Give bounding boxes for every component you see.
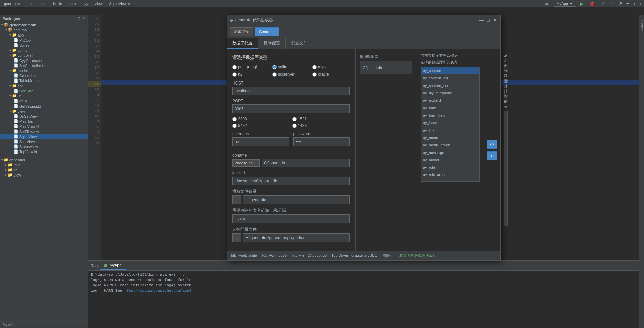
- tab-db-config[interactable]: 数据库配置: [227, 38, 258, 49]
- template-ellipsis-btn[interactable]: ...: [232, 195, 241, 204]
- run-icon[interactable]: ▶: [580, 1, 584, 6]
- port-1521-input[interactable]: [292, 117, 297, 121]
- arrow-left-btn[interactable]: <-: [487, 151, 497, 160]
- table-item-ay-form-field[interactable]: ay_form_field: [421, 112, 479, 119]
- tree-item-cyygenerator[interactable]: 📄 CyyGenerator: [0, 58, 88, 63]
- git-pull-icon[interactable]: ↓: [640, 2, 642, 6]
- tables-list[interactable]: ay_content ay_content_ext ay_content_sor…: [421, 67, 480, 182]
- tree-item-tablemeta[interactable]: 📄 TableMeta.kt: [0, 78, 88, 83]
- radio-h2[interactable]: h2: [232, 72, 270, 77]
- log-link[interactable]: http://logging.apache.org/log4: [124, 289, 191, 293]
- select-db-input[interactable]: C:\pboot.db: [360, 61, 412, 74]
- tree-item-generator-main[interactable]: ▾ 📦 generator.main: [0, 22, 88, 27]
- tree-item-gensrv[interactable]: 📄 GenSrv: [0, 88, 88, 93]
- tree-item-config[interactable]: ▸ 📁 config: [0, 48, 88, 53]
- menu-com[interactable]: com: [67, 1, 77, 6]
- port-1433-input[interactable]: [292, 124, 297, 128]
- tree-item-db[interactable]: 📄 db.kt: [0, 98, 88, 103]
- tree-item-util[interactable]: ▾ 📁 util: [0, 93, 88, 98]
- git-undo-icon[interactable]: ↩: [626, 1, 629, 6]
- tree-item-mainview[interactable]: 📄 MainView.kt: [0, 124, 88, 129]
- tree-item-sql[interactable]: ▸ 📁 sql: [0, 167, 88, 172]
- radio-sqlserver[interactable]: sqlserver: [272, 72, 309, 77]
- tree-item-srv[interactable]: ▾ 📁 srv: [0, 83, 88, 88]
- radio-sqlite[interactable]: sqlite: [272, 65, 309, 69]
- tree-item-view2[interactable]: ▸ 📁 view: [0, 172, 88, 178]
- table-item-ay-label[interactable]: ay_label: [421, 119, 479, 126]
- tree-item-statusview[interactable]: 📄 StatusView.kt: [0, 144, 88, 149]
- radio-oracle[interactable]: oracle: [312, 72, 349, 77]
- config-input[interactable]: [243, 233, 350, 242]
- menu-view[interactable]: view: [94, 1, 104, 6]
- table-item-ay-model[interactable]: ay_model: [421, 156, 479, 164]
- port-3306[interactable]: 3306: [232, 117, 290, 121]
- table-item-ay-content-sort[interactable]: ay_content_sort: [421, 82, 479, 89]
- table-item-ay-role[interactable]: ay_role: [421, 164, 479, 171]
- table-item-ay-message[interactable]: ay_message: [421, 149, 479, 156]
- port-1521[interactable]: 1521: [292, 117, 350, 121]
- port-3306-input[interactable]: [232, 117, 237, 121]
- table-item-ay-role-level[interactable]: ay_role_level: [421, 179, 479, 182]
- tree-item-ssetview[interactable]: 📄 SsetView.kt: [0, 139, 88, 144]
- table-item-ay-diy-telephone[interactable]: ay_diy_telephone: [421, 89, 479, 97]
- dialog-maximize-btn[interactable]: □: [486, 18, 491, 23]
- password-input[interactable]: [293, 137, 350, 146]
- host-input[interactable]: [232, 87, 350, 95]
- tree-item-styles[interactable]: 📄 Styles: [0, 43, 88, 48]
- tab-config-file[interactable]: 配置文件: [286, 38, 313, 49]
- git-check-icon[interactable]: ✓: [611, 1, 615, 6]
- tree-item-setfileview[interactable]: 📄 SetFileView.kt: [0, 129, 88, 134]
- tree-item-getsetting[interactable]: 📄 GetSetting.kt: [0, 103, 88, 109]
- template-input[interactable]: [243, 195, 350, 204]
- radio-oracle-input[interactable]: [312, 72, 317, 77]
- tree-item-generator[interactable]: ▾ 📁 generator: [0, 157, 88, 162]
- git-clock-icon[interactable]: ⏱: [619, 2, 622, 6]
- menu-cyy[interactable]: cyy: [81, 1, 90, 6]
- table-item-ay-content[interactable]: ay_content: [421, 67, 479, 74]
- tree-item-dirsetview[interactable]: 📄 DirSetView: [0, 114, 88, 119]
- tree-item-controller[interactable]: ▾ 📁 controller: [0, 53, 88, 58]
- debug-icon[interactable]: 🐞: [589, 1, 595, 6]
- table-item-ay-extfield[interactable]: ay_extfield: [421, 97, 479, 104]
- jdbcurl-input[interactable]: [232, 177, 350, 185]
- tree-item-setcontroller[interactable]: 📄 SetController.kt: [0, 63, 88, 68]
- tree-item-myapp[interactable]: 📄 MyApp: [0, 38, 88, 43]
- tree-item-topview[interactable]: 📄 TopView.kt: [0, 149, 88, 154]
- test-connection-btn[interactable]: 测试连接: [230, 27, 253, 36]
- arrow-right-btn[interactable]: ->: [487, 140, 497, 149]
- radio-mysql[interactable]: mysql: [312, 65, 349, 69]
- table-item-ay-menu[interactable]: ay_menu: [421, 134, 479, 141]
- port-5432-input[interactable]: [232, 124, 237, 128]
- table-item-ay-menu-action[interactable]: ay_menu_action: [421, 141, 479, 149]
- sidebar-settings-icon[interactable]: ⚙: [77, 16, 81, 21]
- git-push-icon[interactable]: ↑: [634, 2, 636, 6]
- radio-sqlite-input[interactable]: [272, 65, 277, 69]
- menu-generator[interactable]: generator: [3, 1, 21, 6]
- menu-kotlin[interactable]: kotlin: [52, 1, 64, 6]
- table-item-ay-link[interactable]: ay_link: [421, 126, 479, 134]
- tree-item-view[interactable]: ▾ 📁 view: [0, 109, 88, 114]
- radio-h2-input[interactable]: [232, 72, 237, 77]
- radio-postgresql[interactable]: postgresql: [232, 65, 270, 69]
- port-1433[interactable]: 1433: [292, 123, 350, 128]
- radio-postgresql-input[interactable]: [232, 65, 237, 69]
- port-5432[interactable]: 5432: [232, 123, 290, 128]
- config-ellipsis-btn[interactable]: ...: [232, 233, 241, 242]
- port-input[interactable]: [232, 104, 350, 113]
- tree-item-maintap[interactable]: 📄 MainTap: [0, 119, 88, 124]
- tree-item-sqliteview[interactable]: 📄 SqliteView: [0, 134, 88, 139]
- radio-mysql-input[interactable]: [312, 65, 317, 69]
- tab-myapp[interactable]: MyApp: [100, 262, 125, 269]
- menu-sqliteview[interactable]: SqliteView.kt: [108, 1, 132, 6]
- table-item-ay-form[interactable]: ay_form: [421, 104, 479, 112]
- table-item-ay-role-area[interactable]: ay_role_area: [421, 171, 479, 179]
- choose-db-btn[interactable]: choose db ...: [232, 159, 260, 167]
- sidebar-close-icon[interactable]: ✕: [82, 16, 85, 21]
- dialog-close-btn[interactable]: ✕: [492, 18, 498, 23]
- tab-dir-config[interactable]: 目录配置: [258, 38, 286, 49]
- selected-tables-list[interactable]: [504, 111, 508, 226]
- tree-item-model[interactable]: ▾ 📁 model: [0, 68, 88, 73]
- menu-main[interactable]: main: [37, 1, 48, 6]
- radio-sqlserver-input[interactable]: [272, 72, 277, 77]
- tree-item-gmodel[interactable]: 📄 Gmodel.kt: [0, 73, 88, 78]
